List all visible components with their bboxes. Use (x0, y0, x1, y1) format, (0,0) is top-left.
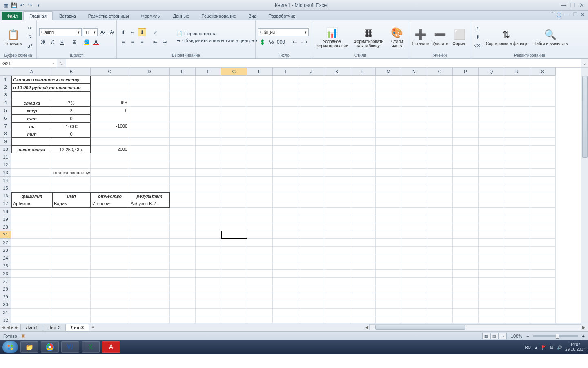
cell[interactable] (350, 99, 376, 107)
cell[interactable] (401, 114, 427, 122)
cell[interactable] (52, 184, 91, 192)
cell[interactable] (401, 293, 427, 301)
cell[interactable] (247, 200, 273, 208)
cell[interactable] (196, 208, 221, 215)
cell[interactable] (129, 146, 170, 153)
cell[interactable] (401, 153, 427, 161)
cell[interactable] (401, 200, 427, 208)
cell[interactable] (453, 223, 479, 231)
column-header[interactable]: B (52, 68, 91, 76)
cell[interactable] (91, 161, 129, 169)
cell[interactable] (453, 278, 479, 285)
cell[interactable] (401, 215, 427, 223)
column-header[interactable]: G (221, 68, 247, 76)
cell[interactable] (196, 239, 221, 247)
workbook-close-icon[interactable]: ✕ (581, 12, 585, 19)
cell[interactable] (324, 316, 350, 324)
cell[interactable] (324, 83, 350, 91)
cell[interactable] (170, 169, 196, 177)
cell[interactable] (350, 316, 376, 324)
cell[interactable] (504, 177, 530, 184)
cell[interactable] (453, 208, 479, 215)
start-button[interactable] (2, 341, 18, 353)
cell[interactable] (504, 208, 530, 215)
cell[interactable] (247, 231, 273, 239)
row-header[interactable]: 10 (0, 146, 11, 153)
cell[interactable] (504, 184, 530, 192)
cell[interactable]: 0 (52, 114, 91, 122)
cell[interactable] (453, 153, 479, 161)
cell[interactable] (52, 208, 91, 215)
cell[interactable] (350, 278, 376, 285)
hscroll-right-icon[interactable]: ▶ (581, 325, 586, 330)
font-color-icon[interactable]: A (92, 38, 100, 46)
cell[interactable] (52, 309, 91, 316)
cell[interactable] (52, 91, 91, 99)
cell[interactable] (170, 107, 196, 114)
format-as-table-button[interactable]: ▦Форматировать как таблицу (351, 25, 386, 49)
cell[interactable] (376, 99, 401, 107)
cell[interactable] (11, 309, 52, 316)
cell[interactable] (504, 309, 530, 316)
cell[interactable] (298, 107, 324, 114)
cell[interactable] (273, 184, 298, 192)
column-header[interactable]: F (196, 68, 221, 76)
row-header[interactable]: 23 (0, 247, 11, 254)
cell[interactable] (52, 83, 91, 91)
cell[interactable] (350, 138, 376, 146)
cell[interactable] (170, 247, 196, 254)
cell[interactable] (221, 270, 247, 278)
cell[interactable] (273, 309, 298, 316)
cell[interactable] (530, 231, 556, 239)
cell[interactable] (479, 184, 504, 192)
cell[interactable] (427, 231, 453, 239)
cell[interactable] (504, 169, 530, 177)
cell[interactable] (298, 138, 324, 146)
cell[interactable] (273, 278, 298, 285)
cell[interactable] (453, 247, 479, 254)
cell[interactable] (221, 107, 247, 114)
cell[interactable] (376, 146, 401, 153)
cell[interactable] (221, 223, 247, 231)
cell[interactable] (247, 270, 273, 278)
cell[interactable] (376, 76, 401, 83)
cell[interactable] (11, 91, 52, 99)
cell[interactable] (427, 146, 453, 153)
cell[interactable] (530, 293, 556, 301)
cell[interactable] (52, 254, 91, 262)
cell[interactable] (91, 130, 129, 138)
cell[interactable] (221, 285, 247, 293)
cell[interactable] (129, 239, 170, 247)
italic-icon[interactable]: К (49, 38, 57, 46)
cell[interactable] (221, 247, 247, 254)
cell[interactable] (273, 301, 298, 309)
cell[interactable] (376, 316, 401, 324)
cell[interactable] (273, 114, 298, 122)
cell[interactable] (376, 161, 401, 169)
column-header[interactable]: P (453, 68, 479, 76)
cell[interactable] (298, 169, 324, 177)
cell[interactable] (52, 138, 91, 146)
cell[interactable] (350, 200, 376, 208)
cell[interactable] (247, 247, 273, 254)
cell[interactable] (350, 169, 376, 177)
cell[interactable] (427, 153, 453, 161)
cell[interactable] (11, 270, 52, 278)
cell[interactable]: 8 (91, 107, 129, 114)
cell[interactable] (324, 130, 350, 138)
cell[interactable] (52, 247, 91, 254)
cell[interactable] (196, 107, 221, 114)
cell[interactable] (170, 316, 196, 324)
cell[interactable] (52, 270, 91, 278)
cell[interactable] (376, 293, 401, 301)
cell[interactable] (530, 262, 556, 270)
cell[interactable] (273, 146, 298, 153)
cell[interactable] (273, 285, 298, 293)
cell[interactable] (298, 91, 324, 99)
cell[interactable] (221, 91, 247, 99)
cell[interactable] (247, 254, 273, 262)
cell[interactable]: отчество (91, 192, 129, 200)
cell[interactable] (376, 309, 401, 316)
cell[interactable] (401, 177, 427, 184)
cell[interactable] (401, 262, 427, 270)
